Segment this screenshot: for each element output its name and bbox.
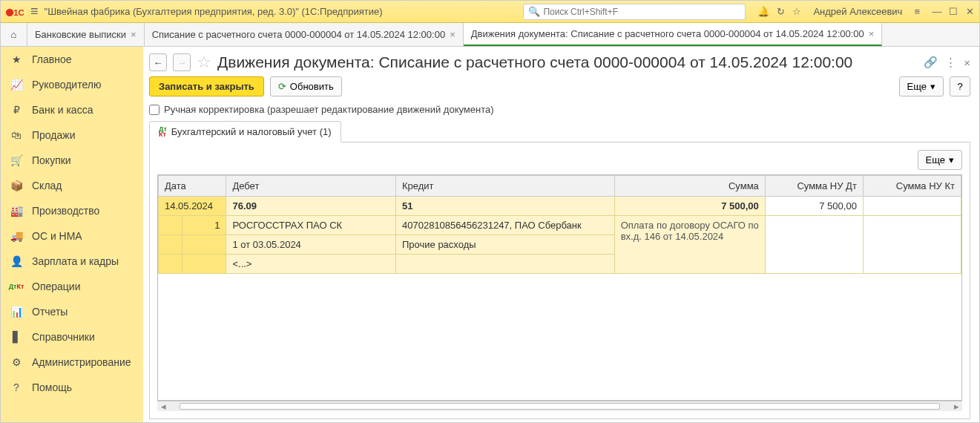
- table-row[interactable]: 14.05.2024 76.09 51 7 500,00 7 500,00: [159, 197, 961, 216]
- close-icon[interactable]: ×: [450, 29, 456, 40]
- sidebar-item-production[interactable]: 🏭Производство: [1, 198, 143, 223]
- horizontal-scrollbar[interactable]: ◂ ▸: [157, 401, 962, 411]
- main-menu-icon[interactable]: ≡: [30, 4, 39, 19]
- cell-spacer: [159, 216, 182, 235]
- col-credit[interactable]: Кредит: [396, 176, 615, 197]
- sidebar-item-label: Склад: [32, 180, 62, 191]
- sidebar-item-manager[interactable]: 📈Руководителю: [1, 72, 143, 97]
- maximize-button[interactable]: ☐: [948, 7, 958, 17]
- cell-spacer: [182, 255, 226, 274]
- tab-label: Списание с расчетного счета 0000-000004 …: [152, 29, 445, 40]
- home-icon: ⌂: [11, 29, 17, 40]
- refresh-button[interactable]: ⟳Обновить: [270, 76, 342, 96]
- tab-label: Банковские выписки: [35, 29, 126, 40]
- cell-debit-acc: 76.09: [226, 197, 396, 216]
- cell-debit-sub3: <...>: [226, 255, 396, 274]
- sidebar-item-label: ОС и НМА: [32, 230, 82, 242]
- sidebar-item-catalogs[interactable]: ▋Справочники: [1, 324, 143, 350]
- sidebar-item-purchases[interactable]: 🛒Покупки: [1, 148, 143, 173]
- col-date[interactable]: Дата: [159, 176, 226, 197]
- cell-amount: 7 500,00: [614, 197, 765, 216]
- sidebar-item-operations[interactable]: ДтКтОперации: [1, 274, 143, 299]
- search-input[interactable]: [543, 7, 740, 17]
- factory-icon: 🏭: [10, 205, 23, 217]
- page-title: Движения документа: Списание с расчетног…: [217, 53, 852, 71]
- table-row[interactable]: 1 РОСГОССТРАХ ПАО СК 4070281085645623124…: [159, 216, 961, 235]
- svg-text:1С: 1С: [13, 8, 24, 17]
- minimize-button[interactable]: —: [932, 7, 942, 17]
- close-icon[interactable]: ×: [131, 29, 137, 40]
- sidebar-item-label: Руководителю: [32, 79, 101, 91]
- scroll-left-arrow[interactable]: ◂: [157, 401, 169, 411]
- table-header-row: Дата Дебет Кредит Сумма Сумма НУ Дт Сумм…: [159, 176, 961, 197]
- col-amount[interactable]: Сумма: [614, 176, 765, 197]
- close-icon[interactable]: ×: [964, 56, 970, 69]
- nav-back-button[interactable]: ←: [149, 53, 167, 71]
- sidebar-item-assets[interactable]: 🚚ОС и НМА: [1, 223, 143, 249]
- sidebar-item-label: Операции: [32, 281, 81, 292]
- sidebar-item-help[interactable]: ?Помощь: [1, 375, 143, 400]
- favorite-icon[interactable]: ☆: [197, 53, 211, 72]
- bars-icon: 📊: [10, 306, 23, 318]
- cell-nu-kt-empty: [863, 216, 961, 274]
- scroll-right-arrow[interactable]: ▸: [950, 401, 962, 411]
- more-icon[interactable]: ⋮: [945, 56, 956, 69]
- sidebar-item-reports[interactable]: 📊Отчеты: [1, 299, 143, 324]
- sidebar-item-main[interactable]: ★Главное: [1, 47, 143, 72]
- tab-bar: ⌂ Банковские выписки × Списание с расчет…: [1, 23, 979, 47]
- col-nu-kt[interactable]: Сумма НУ Кт: [863, 176, 961, 197]
- chart-icon: 📈: [10, 79, 23, 91]
- sidebar-item-payroll[interactable]: 👤Зарплата и кадры: [1, 249, 143, 274]
- sidebar-item-bank[interactable]: ₽Банк и касса: [1, 97, 143, 122]
- cell-credit-sub2: Прочие расходы: [396, 235, 615, 255]
- sidebar-item-admin[interactable]: ⚙Администрирование: [1, 350, 143, 375]
- history-icon[interactable]: ↻: [777, 6, 785, 17]
- bag-icon: 🛍: [10, 129, 23, 141]
- tab-write-off[interactable]: Списание с расчетного счета 0000-000004 …: [145, 23, 464, 46]
- link-icon[interactable]: 🔗: [924, 56, 938, 69]
- btn-label: Еще: [907, 81, 927, 92]
- inner-tab-accounting[interactable]: ДтКт Бухгалтерский и налоговый учет (1): [149, 121, 341, 142]
- sidebar-item-warehouse[interactable]: 📦Склад: [1, 173, 143, 198]
- cell-nu-dt-empty: [765, 216, 863, 274]
- main-area: ← → ☆ Движения документа: Списание с рас…: [143, 47, 979, 422]
- cell-debit-sub1: РОСГОССТРАХ ПАО СК: [226, 216, 396, 235]
- manual-edit-label: Ручная корректировка (разрешает редактир…: [164, 104, 494, 115]
- book-icon: ▋: [10, 331, 23, 343]
- star-icon[interactable]: ☆: [792, 6, 801, 17]
- cart-icon: 🛒: [10, 154, 23, 166]
- home-tab[interactable]: ⌂: [1, 23, 27, 46]
- tab-label: Движения документа: Списание с расчетног…: [471, 28, 864, 39]
- titlebar: 1С ≡ "Швейная фабрика (Бухгалтерия предп…: [1, 1, 979, 23]
- sidebar-item-label: Справочники: [32, 331, 95, 343]
- search-box[interactable]: 🔍: [523, 4, 746, 20]
- help-button[interactable]: ?: [950, 76, 970, 96]
- user-name[interactable]: Андрей Алексеевич: [813, 6, 902, 17]
- bell-icon[interactable]: 🔔: [757, 6, 769, 17]
- col-debit[interactable]: Дебет: [226, 176, 396, 197]
- user-menu-icon[interactable]: ≡: [914, 6, 920, 17]
- cell-credit-acc: 51: [396, 197, 615, 216]
- col-nu-dt[interactable]: Сумма НУ Дт: [765, 176, 863, 197]
- box-icon: 📦: [10, 180, 23, 191]
- save-close-button[interactable]: Записать и закрыть: [149, 76, 264, 96]
- ruble-icon: ₽: [10, 104, 23, 116]
- manual-edit-checkbox[interactable]: [149, 105, 160, 115]
- close-icon[interactable]: ×: [869, 28, 875, 39]
- dtkt-icon: ДтКт: [10, 283, 23, 289]
- sidebar-item-label: Зарплата и кадры: [32, 255, 119, 267]
- cell-credit-sub3: [396, 255, 615, 274]
- scroll-thumb[interactable]: [180, 403, 940, 410]
- cell-spacer: [159, 255, 182, 274]
- close-button[interactable]: ✕: [964, 7, 975, 17]
- table-more-button[interactable]: Еще ▾: [918, 150, 962, 170]
- person-icon: 👤: [10, 255, 23, 267]
- more-button[interactable]: Еще ▾: [899, 76, 944, 96]
- cell-num: 1: [182, 216, 226, 235]
- nav-forward-button[interactable]: →: [173, 53, 191, 71]
- sidebar-item-sales[interactable]: 🛍Продажи: [1, 122, 143, 148]
- tab-bank-statements[interactable]: Банковские выписки ×: [27, 23, 145, 46]
- sidebar-item-label: Покупки: [32, 154, 71, 166]
- tab-movements[interactable]: Движения документа: Списание с расчетног…: [464, 23, 883, 46]
- sidebar-item-label: Продажи: [32, 129, 75, 141]
